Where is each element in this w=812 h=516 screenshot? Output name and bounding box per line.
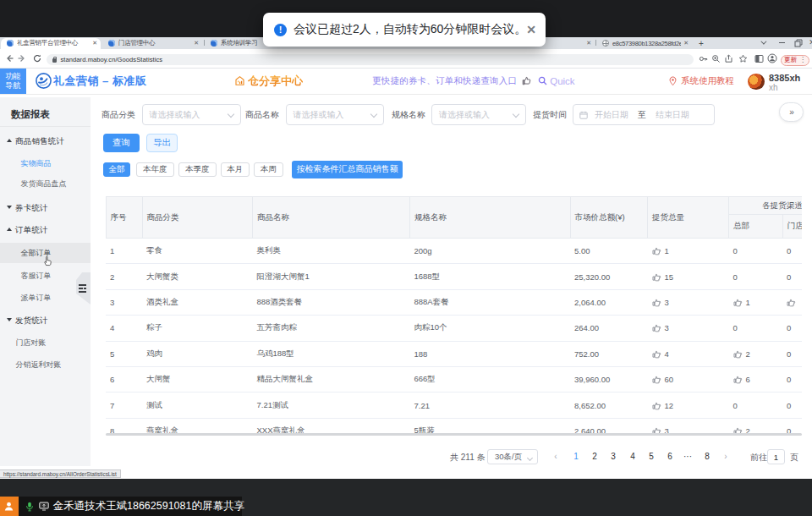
tab-close-icon[interactable]: ✕ (586, 40, 591, 47)
cell-store: 0 (782, 366, 802, 392)
pickup-count-link[interactable]: 60 (652, 375, 729, 384)
table-horizontal-scrollbar[interactable] (106, 433, 802, 436)
expand-filters-button[interactable]: » (779, 102, 804, 122)
pickup-count-link[interactable]: 12 (652, 401, 729, 410)
col-header-name: 商品名称 (253, 197, 410, 239)
location-pin-icon (669, 76, 677, 86)
sidebar-section[interactable]: 发货统计 (0, 310, 91, 331)
prev-page-icon[interactable]: ‹ (550, 452, 562, 461)
pickup-count-link[interactable]: 3 (652, 298, 729, 307)
range-tab[interactable]: 本周 (254, 162, 283, 177)
quick-search-zone[interactable]: 更快捷的券卡、订单和快递查询入口 Quick (372, 69, 575, 94)
pickup-count-link[interactable]: 2 (733, 349, 783, 359)
nav-toggle-button[interactable]: 功能导航 (0, 69, 26, 95)
table-row: 6大闸蟹精品大闸蟹礼盒666型39,960.006060 (106, 366, 802, 392)
range-tab[interactable]: 本年度 (136, 162, 174, 177)
sidebar-item-label: 实物商品 (21, 158, 52, 169)
export-button[interactable]: 导出 (146, 134, 178, 152)
warehouse-icon (234, 75, 245, 86)
pickup-count-link[interactable]: 4 (652, 349, 729, 359)
filter-select[interactable]: 请选择或输入 (431, 104, 526, 125)
share-center-link[interactable]: 仓分享中心 (234, 69, 303, 94)
goto-page-input[interactable]: 1 (767, 449, 785, 464)
page-number[interactable]: 6 (664, 452, 676, 461)
sidebar-section[interactable]: 商品销售统计 (0, 131, 91, 151)
filter-select[interactable]: 请选择或输入 (142, 104, 241, 125)
pickup-count-link[interactable]: 1 (733, 298, 783, 307)
window-close-icon[interactable]: ✕ (804, 37, 812, 49)
tab-search-icon[interactable] (755, 37, 769, 49)
tutorial-link[interactable]: 系统使用教程 (669, 69, 734, 94)
password-key-icon[interactable] (698, 49, 708, 69)
browser-tab[interactable]: e8c573980b1328a258fd2e6f✕ (596, 38, 692, 49)
sidebar-item[interactable]: 分销返利对账 (0, 355, 91, 376)
new-tab-button[interactable]: + (699, 39, 704, 48)
search-button[interactable]: 查询 (103, 134, 140, 152)
sidebar-section[interactable]: 券卡统计 (0, 198, 91, 218)
tab-close-icon[interactable]: ✕ (92, 40, 97, 47)
browser-update-chip[interactable]: 更新 ⋮ (781, 55, 809, 66)
kebab-menu-icon[interactable]: ⋮ (799, 57, 806, 63)
sidebar-item[interactable]: 实物商品 (0, 153, 91, 173)
notification-close-icon[interactable]: ✕ (526, 24, 536, 36)
bookmark-star-icon[interactable] (738, 49, 748, 69)
share-icon[interactable] (723, 49, 733, 69)
zoom-icon[interactable] (710, 49, 721, 69)
range-tab[interactable]: 本季度 (178, 162, 217, 177)
chevron-down-icon (513, 111, 519, 118)
pickup-count-link[interactable] (787, 298, 802, 307)
user-name: 8385xh (769, 73, 800, 83)
mouse-cursor (43, 255, 52, 266)
url-bar[interactable]: standard.maboy.cn/GoodsStatistics (47, 54, 694, 65)
tab-title: 门店管理中心 (118, 39, 191, 47)
pickup-count-link[interactable]: 3 (652, 426, 729, 433)
page-number[interactable]: 8 (701, 452, 713, 461)
sidebar-section-label: 商品销售统计 (15, 136, 64, 147)
profile-icon[interactable] (767, 49, 777, 69)
user-avatar[interactable] (748, 74, 765, 91)
browser-tab[interactable]: 门店管理中心✕ (102, 38, 202, 49)
chevron-down-icon (527, 455, 533, 461)
pickup-count-link[interactable]: 3 (652, 323, 729, 332)
sidebar-item[interactable]: 发货商品盘点 (0, 174, 91, 195)
browser-tab[interactable]: 礼盒营销平台管理中心✕ (1, 38, 101, 49)
pickup-count-link[interactable]: 2 (733, 426, 783, 433)
filter-select[interactable]: 请选择或输入 (286, 104, 384, 125)
page-number[interactable]: 2 (589, 452, 601, 461)
pickup-count: 0 (733, 246, 738, 255)
page-size-select[interactable]: 30条/页 (487, 449, 538, 464)
back-icon[interactable] (4, 49, 14, 69)
update-chip-label: 更新 (784, 56, 797, 64)
page-number[interactable]: 5 (645, 452, 657, 461)
pickup-count-link[interactable]: 6 (733, 375, 783, 384)
cell-spec: 666型 (410, 366, 571, 392)
pickup-count-link[interactable]: 1 (652, 246, 729, 255)
window-restore-icon[interactable] (792, 37, 805, 49)
tab-close-icon[interactable]: ✕ (194, 40, 199, 47)
forward-icon[interactable] (17, 49, 27, 69)
tab-close-icon[interactable]: ✕ (683, 40, 689, 47)
cell-total: 4 (648, 341, 729, 366)
range-tab[interactable]: 全部 (103, 162, 130, 177)
page-number[interactable]: 4 (627, 452, 639, 461)
side-panel-icon[interactable] (754, 49, 764, 69)
date-start-placeholder[interactable]: 开始日期 (595, 109, 628, 121)
data-table: 序号 商品分类 商品名称 规格名称 市场价总额(¥) 提货总量 各提货渠道 总部… (106, 196, 802, 433)
summary-button[interactable]: 按检索条件汇总商品销售额 (292, 161, 403, 179)
sidebar-section[interactable]: 订单统计 (0, 220, 91, 240)
reload-icon[interactable] (32, 49, 42, 69)
date-end-placeholder[interactable]: 结束日期 (656, 109, 689, 121)
range-tab[interactable]: 本月 (221, 162, 250, 177)
sidebar-item[interactable]: 门店对账 (0, 332, 91, 353)
select-placeholder: 请选择或输入 (294, 105, 344, 124)
page-ellipsis[interactable]: ··· (682, 452, 694, 461)
browser-toolbar: standard.maboy.cn/GoodsStatistics 更新 ⋮ (0, 49, 812, 69)
page-number[interactable]: 3 (607, 452, 619, 461)
page-number[interactable]: 1 (570, 452, 582, 461)
url-text: standard.maboy.cn/GoodsStatistics (61, 56, 163, 63)
next-page-icon[interactable]: › (720, 452, 732, 461)
window-minimize-icon[interactable] (775, 37, 788, 49)
pickup-count-link[interactable]: 15 (652, 272, 729, 282)
date-range-picker[interactable]: 开始日期 至 结束日期 (573, 104, 715, 125)
col-header-total: 提货总量 (648, 197, 729, 239)
